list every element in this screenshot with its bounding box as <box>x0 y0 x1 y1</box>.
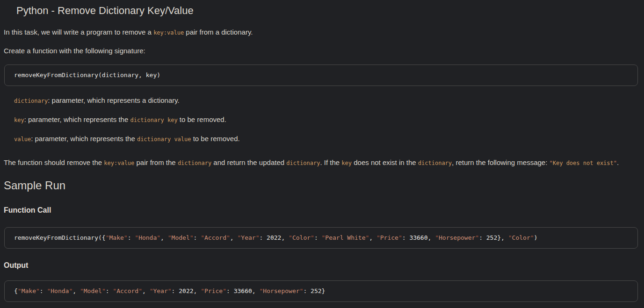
code-string-token: "Accord" <box>113 287 142 294</box>
inline-code: value <box>14 136 31 143</box>
code-string-token: "Honda" <box>135 234 160 241</box>
code-number-token: 33660 <box>234 287 252 294</box>
parameter-item-value: value: parameter, which represents the d… <box>14 135 640 143</box>
inline-code: dictionary <box>178 160 211 166</box>
code-number-token: 252 <box>311 287 321 294</box>
inline-code: key <box>341 160 352 166</box>
code-string-token: "Honda" <box>47 287 72 294</box>
code-string-token: "Year" <box>237 234 259 241</box>
parameter-item-dictionary: dictionary: parameter, which represents … <box>14 96 640 105</box>
code-string-token: "Model" <box>168 234 194 241</box>
inline-code-string: "Key does not exist" <box>550 160 617 166</box>
inline-code: dictionary <box>418 160 452 166</box>
intro-paragraph: In this task, we will write a program to… <box>4 28 640 37</box>
inline-code: key <box>14 117 24 123</box>
code-string-token: "Model" <box>80 287 106 294</box>
signature-code-block: removeKeyFromDictionary(dictionary, key) <box>4 64 638 86</box>
code-string-token: "Price" <box>376 234 402 241</box>
inline-code: dictionary key <box>130 117 177 123</box>
code-string-token: "Pearl White" <box>322 234 369 241</box>
code-string-token: "Make" <box>18 287 40 294</box>
output-code-block: {"Make": "Honda", "Model": "Accord", "Ye… <box>4 280 638 302</box>
code-number-token: 252 <box>486 234 497 241</box>
code-string-token: "Price" <box>201 287 226 294</box>
code-string-token: "Year" <box>150 287 172 294</box>
page-title: Python - Remove Dictionary Key/Value <box>16 5 644 17</box>
code-string-token: "Color" <box>289 234 314 241</box>
code-string-token: "Accord" <box>201 234 230 241</box>
sample-run-heading: Sample Run <box>4 179 644 192</box>
parameter-list: dictionary: parameter, which represents … <box>0 96 644 143</box>
code-string-token: "Make" <box>106 234 128 241</box>
code-number-token: 2022 <box>267 234 281 241</box>
task-description: The function should remove the key:value… <box>4 157 639 169</box>
code-string-token: "Horsepower" <box>259 287 303 294</box>
function-call-code-block: removeKeyFromDictionary({"Make": "Honda"… <box>4 227 638 249</box>
inline-code: dictionary <box>286 160 320 166</box>
inline-code: key:value <box>104 160 134 166</box>
parameter-item-key: key: parameter, which represents the dic… <box>14 115 640 124</box>
code-number-token: 2022 <box>179 287 193 294</box>
code-number-token: 33660 <box>409 234 427 241</box>
inline-code: dictionary value <box>137 136 191 143</box>
code-string-token: "Horsepower" <box>435 234 479 241</box>
code-string-token: "Color" <box>508 234 534 241</box>
output-label: Output <box>4 261 644 270</box>
inline-code: key:value <box>153 29 184 36</box>
signature-instruction: Create a function with the following sig… <box>4 47 640 55</box>
inline-code: dictionary <box>14 98 48 104</box>
function-call-label: Function Call <box>4 206 644 215</box>
